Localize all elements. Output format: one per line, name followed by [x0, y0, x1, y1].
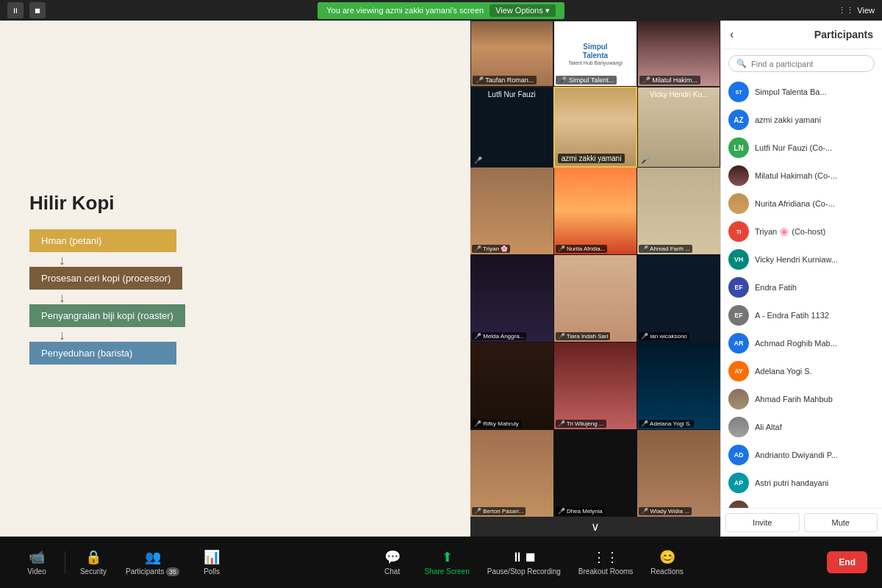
participant-search-input[interactable] — [751, 60, 867, 68]
grid-video-tiara: 🎤 Tiara Indah Sari — [554, 255, 637, 342]
participant-item-andrianto[interactable]: AD Andrianto Dwiyandi P... — [721, 441, 882, 469]
participants-badge: 35 — [166, 567, 179, 576]
participant-item-vicky[interactable]: VH Vicky Hendri Kurniaw... — [721, 245, 882, 273]
chat-label: Chat — [384, 567, 400, 576]
grid-video-tri: 🎤 Tri Wilujeng ... — [554, 343, 637, 429]
mini-video-name-taufan: 🎤 Taufan Roman... — [473, 76, 537, 85]
avatar-endra: EF — [728, 277, 749, 298]
recording-icon: ⏸⏹ — [511, 550, 537, 565]
share-screen-button[interactable]: ⬆ Share Screen — [417, 545, 477, 580]
participant-item-endra2[interactable]: EF A - Endra Fatih 1132 — [721, 301, 882, 329]
search-box[interactable]: 🔍 — [728, 55, 875, 72]
left-panel: Hilir Kopi Hman (petani) ↓ Prosesan ceri… — [0, 21, 720, 537]
participants-icon: 👥 — [145, 549, 161, 565]
participant-item-adelana[interactable]: AY Adelana Yogi S. — [721, 357, 882, 385]
flow-item-3: Penyangraian biji kopi (roaster) — [29, 304, 441, 327]
participant-name-azmi: azmi zakki yamani — [755, 115, 875, 124]
toolbar-left: 📹 Video 🔒 Security 👥 Participants 35 📊 P… — [15, 545, 234, 580]
avatar-adelana: AY — [728, 361, 749, 381]
grid-name-dhea: 🎤 Dhea Melynia — [556, 507, 605, 515]
participant-item-nurita[interactable]: Nurita Afridiana (Co-... — [721, 190, 882, 218]
security-button[interactable]: 🔒 Security — [71, 545, 115, 580]
panel-title: Participants — [814, 29, 873, 40]
avatar-astri: AP — [728, 473, 749, 493]
participant-item-astri[interactable]: AP Astri putri handayani — [721, 469, 882, 497]
breakout-icon: ⋮⋮ — [592, 549, 619, 565]
avatar-bachtiar — [728, 501, 749, 508]
invite-button[interactable]: Invite — [725, 513, 800, 532]
chat-button[interactable]: 💬 Chat — [370, 545, 415, 580]
scroll-down-button[interactable]: ∨ — [470, 517, 720, 537]
avatar-nurita — [728, 193, 749, 214]
participant-name-ahmadfarih: Ahmad Farih Mahbub — [755, 395, 875, 404]
view-label: View — [857, 6, 875, 15]
slide-title: Hilir Kopi — [29, 192, 441, 215]
recording-button[interactable]: ⏸⏹ Pause/Stop Recording — [480, 545, 568, 580]
participant-item-endra[interactable]: EF Endra Fatih — [721, 273, 882, 301]
avatar-andrianto: AD — [728, 445, 749, 465]
participant-name-lutfi: Lutfi Nur Fauzi (Co-... — [755, 143, 875, 152]
panel-header: ‹ Participants — [721, 21, 882, 49]
flow-box-roaster: Penyangraian biji kopi (roaster) — [29, 304, 185, 327]
participant-item-lutfi[interactable]: LN Lutfi Nur Fauzi (Co-... — [721, 134, 882, 162]
pause-button[interactable]: ⏸ — [7, 2, 24, 18]
participant-name-astri: Astri putri handayani — [755, 478, 875, 487]
reactions-button[interactable]: 😊 Reactions — [643, 545, 690, 580]
participants-button[interactable]: 👥 Participants 35 — [118, 545, 187, 580]
participant-item-bachtiar[interactable]: Bachtiar Rachmat — [721, 497, 882, 508]
panel-footer: Invite Mute — [721, 508, 882, 537]
grid-video-dhea: 🎤 Dhea Melynia — [554, 430, 637, 517]
video-label: Video — [27, 567, 46, 576]
participant-name-ali: Ali Altaf — [755, 423, 875, 431]
mini-video-taufan: 🎤 Taufan Roman... — [470, 21, 553, 87]
avatar-simpul: ST — [728, 82, 749, 102]
participant-item-achmad[interactable]: AR Achmad Roghib Mab... — [721, 329, 882, 357]
polls-button[interactable]: 📊 Polls — [190, 545, 234, 580]
video-grid: 🎤 Triyan 🌸 🎤 Nurita Afridia... 🎤 Ahmad F… — [470, 168, 720, 517]
big-video-top-name-lutfi: Lutfi Nur Fauzi — [488, 90, 536, 98]
participant-item-triyan[interactable]: TI Triyan 🌸 (Co-host) — [721, 218, 882, 245]
grid-video-ahmad: 🎤 Ahmad Farih ... — [637, 168, 720, 254]
big-video-vicky: Vicky Hendri Ku... 🎤 — [637, 87, 720, 168]
grid-video-nurita: 🎤 Nurita Afridia... — [554, 168, 637, 254]
reactions-icon: 😊 — [659, 549, 675, 565]
avatar-ahmadfarih — [728, 389, 749, 409]
participant-name-triyan: Triyan 🌸 (Co-host) — [755, 227, 875, 237]
top-right-controls: ⋮⋮ View — [838, 6, 875, 15]
mini-video-name-milatul: 🎤 Milatul Hakim... — [639, 76, 700, 85]
breakout-button[interactable]: ⋮⋮ Breakout Rooms — [571, 545, 640, 580]
participant-item-simpul[interactable]: ST Simpul Talenta Ba... — [721, 78, 882, 106]
grid-name-tri: 🎤 Tri Wilujeng ... — [556, 420, 606, 428]
avatar-triyan: TI — [728, 221, 749, 242]
mute-button[interactable]: Mute — [804, 513, 878, 532]
participant-item-ahmadfarih[interactable]: Ahmad Farih Mahbub — [721, 385, 882, 413]
stop-button[interactable]: ⏹ — [29, 2, 46, 18]
screen-share-text: You are viewing azmi zakki yamani's scre… — [326, 6, 484, 15]
participants-panel: ‹ Participants 🔍 ST Simpul Talenta Ba...… — [720, 21, 882, 537]
breakout-label: Breakout Rooms — [578, 567, 633, 576]
top-left-controls: ⏸ ⏹ — [7, 2, 46, 18]
video-button[interactable]: 📹 Video — [15, 545, 59, 580]
participants-list: ST Simpul Talenta Ba... AZ azmi zakki ya… — [721, 78, 882, 508]
view-options-button[interactable]: View Options ▾ — [490, 4, 556, 17]
big-video-name-azmi: azmi zakki yamani — [558, 154, 625, 163]
end-button[interactable]: End — [827, 551, 867, 573]
chat-icon: 💬 — [384, 549, 401, 565]
polls-icon: 📊 — [204, 549, 220, 565]
toolbar-center: 💬 Chat ⬆ Share Screen ⏸⏹ Pause/Stop Reco… — [370, 545, 691, 580]
flow-item-1: Hman (petani) — [29, 229, 441, 252]
participant-item-milatul[interactable]: Milatul Hakimah (Co-... — [721, 162, 882, 190]
flow-box-petani: Hman (petani) — [29, 229, 176, 252]
divider-1 — [65, 551, 65, 573]
flow-item-4: Penyeduhan (barista) — [29, 342, 441, 365]
flow-box-processor: Prosesan ceri kopi (processor) — [29, 267, 182, 290]
participant-item-ali[interactable]: Ali Altaf — [721, 413, 882, 441]
participant-item-azmi[interactable]: AZ azmi zakki yamani — [721, 106, 882, 134]
grid-name-ahmad: 🎤 Ahmad Farih ... — [639, 245, 692, 253]
share-screen-icon: ⬆ — [442, 549, 453, 565]
main-content: Hilir Kopi Hman (petani) ↓ Prosesan ceri… — [0, 21, 882, 537]
panel-back-button[interactable]: ‹ — [730, 28, 734, 41]
top-row-videos: 🎤 Taufan Roman... SimpulTalenta Talent H… — [470, 21, 720, 87]
grid-name-nurita: 🎤 Nurita Afridia... — [556, 245, 608, 253]
grid-video-ian: 🎤 ian wicaksono — [637, 255, 720, 342]
